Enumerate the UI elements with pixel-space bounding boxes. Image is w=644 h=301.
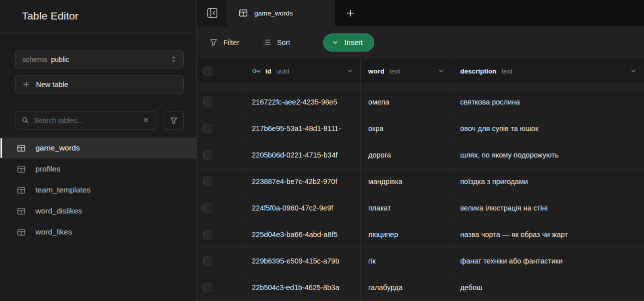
column-header-description[interactable]: description text <box>452 58 644 84</box>
sort-label: Sort <box>277 38 290 46</box>
cell-description[interactable]: велика ілюстрація на стіні <box>452 195 644 221</box>
cell-word[interactable]: гік <box>361 248 452 274</box>
funnel-icon <box>170 116 178 124</box>
row-checkbox[interactable] <box>203 98 212 106</box>
sidebar-item-label: word_likes <box>35 228 72 236</box>
filter-label: Filter <box>223 38 239 46</box>
cell-id[interactable]: 216722fc-aee2-4235-98e5 <box>244 89 361 115</box>
cell-description[interactable]: овоч для супів та юшок <box>452 116 644 142</box>
table-icon <box>17 165 25 174</box>
row-checkbox[interactable] <box>203 177 212 186</box>
sidebar-body: schema public New table <box>0 32 196 242</box>
cell-word[interactable]: омела <box>361 89 452 115</box>
cell-description[interactable]: шлях, по якому подорожують <box>452 142 644 168</box>
cell-word[interactable]: окра <box>361 116 452 142</box>
cell-id[interactable]: 217b6e95-53a1-48d1-8111- <box>244 116 361 142</box>
column-type: text <box>502 68 513 75</box>
select-all-checkbox[interactable] <box>203 66 212 76</box>
row-select-cell <box>197 195 244 221</box>
table-row: 229b6395-e509-415c-a79b гік фанат технік… <box>197 248 644 274</box>
table-row: 216722fc-aee2-4235-98e5 омела святкова р… <box>197 89 644 116</box>
row-checkbox[interactable] <box>203 283 212 292</box>
table-row-partial <box>197 84 644 89</box>
data-grid: id uuid word text description text <box>197 58 644 301</box>
cell-word[interactable]: галабурда <box>361 274 452 300</box>
column-header-word[interactable]: word text <box>361 58 452 84</box>
sidebar-item-word-dislikes[interactable]: word_dislikes <box>0 200 196 222</box>
column-header-id[interactable]: id uuid <box>244 58 361 84</box>
filter-button[interactable]: Filter <box>209 38 239 46</box>
insert-button[interactable]: Insert <box>323 34 374 52</box>
insert-label: Insert <box>345 38 363 46</box>
table-row: 22b504c3-ed1b-4625-8b3a галабурда дебош <box>197 274 644 301</box>
collapse-sidebar-button[interactable] <box>197 0 228 26</box>
chevrons-down-icon[interactable] <box>142 116 150 124</box>
cell-word[interactable]: мандрівка <box>361 168 452 194</box>
tab-bar: game_words <box>197 0 644 26</box>
column-name: word <box>368 68 384 75</box>
cell-id[interactable]: 2205b06d-0221-4715-b34f <box>244 142 361 168</box>
row-select-cell <box>197 222 244 248</box>
chevron-down-icon[interactable] <box>438 68 445 74</box>
panel-left-collapse-icon <box>207 8 218 18</box>
row-select-cell <box>197 248 244 274</box>
table-row: 2205b06d-0221-4715-b34f дорога шлях, по … <box>197 142 644 168</box>
search-icon <box>21 116 29 124</box>
cell-id[interactable]: 224f5f0a-0960-47c2-9e9f <box>244 195 361 221</box>
page-title: Table Editor <box>22 10 78 22</box>
cell-description[interactable]: фанат техніки або фантастики <box>452 248 644 274</box>
row-checkbox[interactable] <box>203 124 212 133</box>
schema-label: schema <box>22 56 47 64</box>
sidebar-item-label: game_words <box>35 144 80 152</box>
new-table-button[interactable]: New table <box>15 75 184 94</box>
table-row: 217b6e95-53a1-48d1-8111- окра овоч для с… <box>197 116 644 142</box>
row-checkbox[interactable] <box>203 230 212 239</box>
sidebar-item-profiles[interactable]: profiles <box>0 158 196 180</box>
table-icon <box>17 144 25 152</box>
row-checkbox[interactable] <box>203 150 212 160</box>
plus-icon <box>346 9 355 18</box>
sidebar-item-label: word_dislikes <box>35 206 82 216</box>
cell-word[interactable]: плакат <box>361 195 452 221</box>
sidebar-filter-button[interactable] <box>164 111 184 130</box>
schema-select[interactable]: schema public <box>15 50 184 68</box>
sidebar-item-team-templates[interactable]: team_templates <box>0 180 196 200</box>
grid-toolbar: Filter Sort Insert <box>197 26 644 58</box>
sidebar-header: Table Editor <box>0 0 196 32</box>
table-icon <box>17 186 25 194</box>
sort-button[interactable]: Sort <box>263 38 290 46</box>
cell-description[interactable]: святкова рослина <box>452 89 644 115</box>
new-tab-button[interactable] <box>340 0 360 26</box>
cell-description[interactable]: дебош <box>452 274 644 300</box>
schema-value: public <box>51 56 69 64</box>
cell-word[interactable]: люципер <box>361 222 452 248</box>
sidebar-item-label: team_templates <box>35 186 90 194</box>
row-select-cell <box>197 274 244 300</box>
chevron-down-icon[interactable] <box>630 68 637 74</box>
cell-id[interactable]: 229b6395-e509-415c-a79b <box>244 248 361 274</box>
sidebar-item-word-likes[interactable]: word_likes <box>0 222 196 242</box>
chevron-down-icon <box>332 39 339 46</box>
tab-game-words[interactable]: game_words <box>228 0 335 26</box>
grid-body: 216722fc-aee2-4235-98e5 омела святкова р… <box>197 84 644 301</box>
column-name: id <box>265 68 271 75</box>
row-select-cell <box>197 168 244 194</box>
grid-header-row: id uuid word text description text <box>197 58 644 84</box>
row-checkbox[interactable] <box>203 204 212 212</box>
sidebar-item-game-words[interactable]: game_words <box>0 138 196 158</box>
chevron-down-icon[interactable] <box>346 68 353 74</box>
cell-description[interactable]: назва чорта — як образ чи жарт <box>452 222 644 248</box>
column-type: text <box>389 68 400 75</box>
cell-description[interactable]: поїздка з пригодами <box>452 168 644 194</box>
search-tables-input[interactable] <box>34 116 137 124</box>
row-checkbox[interactable] <box>203 256 212 266</box>
cell-id[interactable]: 223887e4-be7c-42b2-970f <box>244 168 361 194</box>
cell-id[interactable]: 22b504c3-ed1b-4625-8b3a <box>244 274 361 300</box>
cell-word[interactable]: дорога <box>361 142 452 168</box>
funnel-icon <box>209 38 218 46</box>
sort-list-icon <box>263 38 271 46</box>
table-icon <box>17 228 25 236</box>
table-row: 225d04e3-ba66-4abd-a8f5 люципер назва чо… <box>197 222 644 248</box>
row-select-cell <box>197 89 244 115</box>
cell-id[interactable]: 225d04e3-ba66-4abd-a8f5 <box>244 222 361 248</box>
